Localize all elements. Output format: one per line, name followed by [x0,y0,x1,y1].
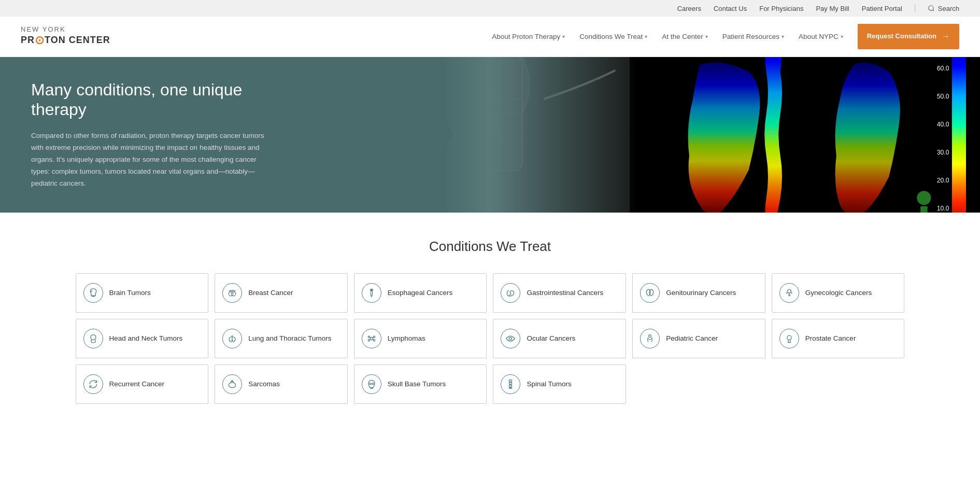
svg-point-36 [787,335,791,340]
search-label: Search [938,5,959,12]
lung-thoracic-tumors-card[interactable]: Lung and Thoracic Tumors [215,319,348,358]
breast-cancer-icon [222,283,242,303]
conditions-grid: Brain TumorsBreast CancerEsophageal Canc… [76,273,905,404]
patient-portal-link[interactable]: Patient Portal [862,5,902,12]
gastrointestinal-cancers-icon [501,283,520,303]
svg-point-39 [370,383,371,384]
gastrointestinal-cancers-card[interactable]: Gastrointestinal Cancers [493,273,626,313]
spinal-tumors-label: Spinal Tumors [527,380,571,389]
gynecologic-cancers-card[interactable]: Gynecologic Cancers [772,273,905,313]
svg-rect-41 [509,380,512,381]
skull-base-tumors-card[interactable]: Skull Base Tumors [354,364,487,404]
esophageal-cancers-label: Esophageal Cancers [388,288,452,298]
svg-line-1 [933,10,934,11]
svg-rect-42 [509,382,512,384]
pediatric-cancer-icon [640,329,660,348]
esophageal-cancers-card[interactable]: Esophageal Cancers [354,273,487,313]
svg-rect-43 [509,385,512,386]
sarcomas-icon [222,374,242,394]
logo-pre: PR [21,35,35,46]
svg-point-23 [787,289,791,293]
logo-dot: ⊙ [35,34,45,47]
lymphomas-card[interactable]: Lymphomas [354,319,487,358]
svg-point-25 [370,337,373,340]
breast-cancer-card[interactable]: Breast Cancer [215,273,348,313]
svg-point-35 [649,334,651,337]
nav-arrow-4: ▾ [782,34,784,39]
skull-base-tumors-icon [362,374,381,394]
brain-tumors-card[interactable]: Brain Tumors [76,273,209,313]
svg-point-34 [509,337,512,340]
recurrent-cancer-label: Recurrent Cancer [109,380,165,389]
breast-cancer-label: Breast Cancer [248,288,293,298]
contact-link[interactable]: Contact Us [714,5,747,12]
recurrent-cancer-icon [83,374,103,394]
nav-links-container: About Proton Therapy ▾ Conditions We Tre… [492,24,959,49]
search-icon [928,5,935,12]
patient-resources-nav[interactable]: Patient Resources ▾ [722,33,784,40]
main-navigation: NEW YORK PR⊙TON CENTER About Proton Ther… [0,17,980,57]
svg-point-24 [91,334,96,340]
ocular-cancers-card[interactable]: Ocular Cancers [493,319,626,358]
lung-thoracic-tumors-label: Lung and Thoracic Tumors [248,334,331,343]
nav-arrow-5: ▾ [841,34,843,39]
svg-line-33 [373,339,373,340]
logo[interactable]: NEW YORK PR⊙TON CENTER [21,25,110,47]
search-button[interactable]: Search [928,5,959,12]
conditions-section: Conditions We Treat Brain TumorsBreast C… [0,213,980,430]
logo-bottom-text: PR⊙TON CENTER [21,34,110,47]
logo-top-text: NEW YORK [21,25,110,34]
brain-tumors-icon [83,283,103,303]
cta-label: Request Consultation [867,32,936,41]
for-physicians-link[interactable]: For Physicians [759,5,803,12]
nav-divider [915,4,915,12]
svg-point-0 [929,6,933,10]
logo-post: TON CENTER [45,35,110,46]
about-proton-nav[interactable]: About Proton Therapy ▾ [492,33,565,40]
spinal-tumors-icon [501,374,520,394]
ocular-cancers-label: Ocular Cancers [527,334,575,343]
sarcomas-card[interactable]: Sarcomas [215,364,348,404]
request-consultation-button[interactable]: Request Consultation → [858,24,959,49]
gynecologic-cancers-icon [779,283,799,303]
svg-point-37 [229,382,235,387]
skull-base-tumors-label: Skull Base Tumors [388,380,446,389]
lung-thoracic-tumors-icon [222,329,242,348]
genitourinary-cancers-label: Genitourinary Cancers [666,288,736,298]
prostate-cancer-card[interactable]: Prostate Cancer [772,319,905,358]
head-neck-tumors-label: Head and Neck Tumors [109,334,183,343]
at-center-nav[interactable]: At the Center ▾ [662,33,708,40]
svg-line-31 [373,337,373,338]
hero-description: Compared to other forms of radiation, pr… [31,130,269,190]
svg-point-40 [372,383,374,384]
head-neck-tumors-card[interactable]: Head and Neck Tumors [76,319,209,358]
spinal-tumors-card[interactable]: Spinal Tumors [493,364,626,404]
genitourinary-cancers-card[interactable]: Genitourinary Cancers [632,273,765,313]
brain-tumors-label: Brain Tumors [109,288,151,298]
esophageal-cancers-icon [362,283,381,303]
prostate-cancer-label: Prostate Cancer [805,334,856,343]
pediatric-cancer-label: Pediatric Cancer [666,334,718,343]
conditions-title: Conditions We Treat [41,238,939,255]
hero-content: Many conditions, one unique therapy Comp… [0,59,301,210]
nav-arrow-1: ▾ [562,34,565,39]
genitourinary-cancers-icon [640,283,660,303]
svg-point-21 [231,291,235,296]
svg-rect-44 [509,387,512,388]
nav-arrow-2: ▾ [645,34,647,39]
nav-arrow-3: ▾ [705,34,708,39]
ocular-cancers-icon [501,329,520,348]
conditions-we-treat-nav[interactable]: Conditions We Treat ▾ [579,33,647,40]
lymphomas-label: Lymphomas [388,334,425,343]
pay-bill-link[interactable]: Pay My Bill [816,5,849,12]
recurrent-cancer-card[interactable]: Recurrent Cancer [76,364,209,404]
utility-bar: Careers Contact Us For Physicians Pay My… [0,0,980,17]
gynecologic-cancers-label: Gynecologic Cancers [805,288,872,298]
about-nypc-nav[interactable]: About NYPC ▾ [799,33,843,40]
head-neck-tumors-icon [83,329,103,348]
svg-line-32 [370,339,370,340]
cta-arrow-icon: → [942,31,950,42]
pediatric-cancer-card[interactable]: Pediatric Cancer [632,319,765,358]
careers-link[interactable]: Careers [677,5,701,12]
gastrointestinal-cancers-label: Gastrointestinal Cancers [527,288,603,298]
